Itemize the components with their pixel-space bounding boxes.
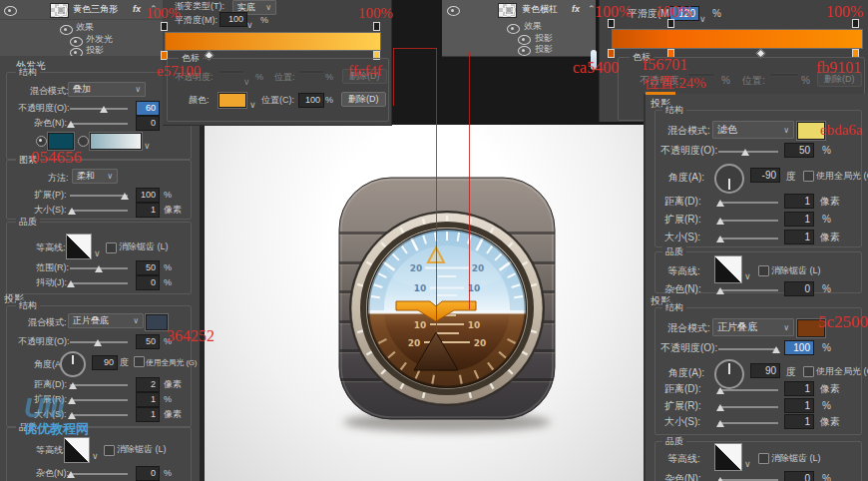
antialias-checkbox[interactable] [758, 453, 769, 464]
slider-thumb[interactable] [716, 477, 724, 481]
blend-mode-select[interactable]: 正片叠底 [712, 318, 794, 336]
contour-thumbnail[interactable] [64, 437, 90, 463]
slider-thumb[interactable] [95, 265, 103, 272]
slider-thumb[interactable] [716, 287, 724, 294]
layer-name[interactable]: 黄色三角形 [73, 4, 118, 15]
distance-slider[interactable] [718, 389, 778, 391]
stop-color-swatch[interactable] [218, 93, 246, 108]
noise-value[interactable]: 0 [136, 116, 160, 131]
slider-thumb[interactable] [67, 471, 75, 478]
eye-icon[interactable] [70, 37, 83, 47]
stop-location2-value[interactable]: 100 [298, 93, 324, 108]
global-light-checkbox[interactable] [134, 356, 145, 367]
color-radio[interactable] [36, 136, 47, 147]
opacity-value[interactable]: 50 [784, 143, 814, 158]
distance-slider[interactable] [718, 202, 778, 204]
layer-name[interactable]: 黄色横杠 [522, 4, 558, 15]
contour-thumbnail[interactable] [66, 234, 92, 259]
effect-item-outer-glow[interactable]: 外发光 [86, 34, 113, 45]
slider-thumb[interactable] [716, 420, 724, 427]
noise-value[interactable]: 0 [136, 466, 160, 481]
slider-thumb[interactable] [716, 218, 724, 225]
opacity-stop-right[interactable] [373, 22, 380, 31]
eye-icon[interactable] [60, 25, 73, 35]
eye-icon[interactable] [447, 6, 460, 16]
slider-thumb[interactable] [716, 236, 724, 242]
size-slider[interactable] [70, 210, 128, 212]
layer-thumbnail[interactable] [498, 3, 517, 18]
gradient-radio[interactable] [78, 136, 89, 147]
effect-item-drop-shadow[interactable]: 投影 [86, 45, 104, 56]
spread-value[interactable]: 1 [136, 392, 160, 407]
distance-value[interactable]: 1 [784, 194, 814, 209]
noise-value[interactable]: 0 [784, 281, 814, 296]
noise-value[interactable]: 0 [784, 471, 814, 481]
angle-dial[interactable] [714, 164, 744, 194]
chevron-down-icon[interactable] [92, 445, 99, 463]
opacity-value[interactable]: 100 [784, 340, 814, 355]
slider-thumb[interactable] [67, 280, 75, 287]
size-value[interactable]: 1 [784, 414, 814, 429]
opacity-value[interactable]: 50 [136, 334, 160, 349]
opacity-stop-left[interactable] [608, 19, 615, 28]
eye-icon[interactable] [518, 46, 531, 56]
effect-item-drop-shadow[interactable]: 投影 [535, 44, 553, 55]
global-light-checkbox[interactable] [803, 366, 814, 377]
slider-thumb[interactable] [121, 193, 129, 200]
slider-thumb[interactable] [68, 208, 76, 215]
opacity-slider[interactable] [70, 341, 128, 343]
delete-stop-button[interactable]: 删除(D) [341, 92, 386, 107]
slider-thumb[interactable] [69, 382, 77, 389]
spread-slider[interactable] [718, 220, 778, 222]
spread-value[interactable]: 100 [136, 188, 160, 203]
slider-thumb[interactable] [741, 149, 749, 156]
blend-mode-select[interactable]: 滤色 [712, 121, 794, 139]
angle-dial[interactable] [60, 351, 86, 377]
chevron-down-icon[interactable] [249, 94, 256, 112]
glow-gradient-swatch[interactable] [90, 133, 142, 150]
effect-item-drop-shadow[interactable]: 投影 [535, 33, 553, 44]
document-canvas[interactable]: 20 20 10 10 10 [205, 125, 646, 481]
noise-slider[interactable] [70, 123, 128, 125]
contour-thumbnail[interactable] [714, 255, 742, 283]
effects-label[interactable]: 效果 [76, 22, 94, 33]
size-slider[interactable] [718, 238, 778, 240]
color-stop-left[interactable] [608, 49, 615, 58]
antialias-checkbox[interactable] [758, 265, 769, 276]
contour-thumbnail[interactable] [714, 443, 742, 471]
chevron-down-icon[interactable] [144, 135, 151, 153]
jitter-value[interactable]: 0 [136, 275, 160, 290]
eye-icon[interactable] [4, 6, 17, 16]
slider-thumb[interactable] [94, 339, 102, 346]
chevron-down-icon[interactable] [94, 242, 101, 260]
gradient-preview-bar[interactable] [612, 29, 863, 49]
effects-label[interactable]: 效果 [524, 21, 542, 32]
size-value[interactable]: 1 [784, 230, 814, 244]
antialias-checkbox[interactable] [106, 242, 117, 253]
method-select[interactable]: 柔和 [72, 169, 118, 184]
slider-thumb[interactable] [716, 387, 724, 394]
distance-value[interactable]: 1 [784, 381, 814, 396]
spread-value[interactable]: 1 [784, 212, 814, 227]
angle-value[interactable]: 90 [750, 363, 780, 378]
size-value[interactable]: 1 [136, 203, 160, 218]
range-value[interactable]: 50 [136, 260, 160, 275]
opacity-stop-right[interactable] [852, 19, 859, 28]
opacity-stop-left[interactable] [161, 22, 168, 31]
size-value[interactable]: 1 [136, 407, 160, 422]
blend-mode-select[interactable]: 正片叠底 [68, 313, 144, 328]
angle-value[interactable]: -90 [750, 168, 780, 183]
angle-dial[interactable] [714, 359, 744, 389]
blend-mode-select[interactable]: 叠加 [68, 82, 146, 97]
layer-thumbnail[interactable] [50, 3, 69, 18]
distance-value[interactable]: 2 [136, 377, 160, 392]
eye-icon[interactable] [507, 24, 520, 34]
opacity-slider[interactable] [718, 348, 778, 350]
distance-slider[interactable] [70, 384, 128, 386]
chevron-down-icon[interactable] [699, 8, 706, 26]
opacity-value[interactable]: 60 [136, 101, 160, 116]
opacity-stop-mid[interactable] [667, 19, 674, 28]
angle-value[interactable]: 90 [92, 355, 118, 370]
opacity-slider[interactable] [70, 108, 128, 110]
slider-thumb[interactable] [67, 121, 75, 128]
